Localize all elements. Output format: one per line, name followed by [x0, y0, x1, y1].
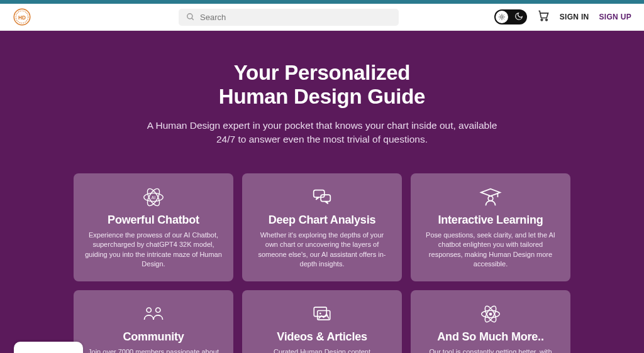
svg-point-14: [541, 19, 543, 20]
media-icon: [251, 301, 393, 327]
search-input[interactable]: [200, 13, 391, 22]
svg-text:HD: HD: [18, 15, 26, 21]
card-desc: Whether it's exploring the depths of you…: [251, 231, 393, 269]
card-desc: Join over 7000 members passionate about …: [82, 347, 225, 353]
toggle-knob: [496, 11, 508, 23]
brand-logo[interactable]: HD: [13, 8, 31, 26]
hero-title: Your Personalized Human Design Guide: [26, 61, 618, 109]
feature-card-community: Community Join over 7000 members passion…: [74, 290, 233, 353]
hero-title-line1: Your Personalized: [234, 61, 410, 84]
card-desc: Curated Human Design content personalise…: [251, 347, 393, 353]
svg-point-31: [489, 313, 492, 316]
theme-toggle[interactable]: [494, 9, 527, 24]
hero-subtitle: A Human Design expert in your pocket tha…: [146, 119, 498, 147]
chat-widget-launcher[interactable]: [14, 342, 83, 353]
svg-rect-25: [314, 307, 326, 317]
svg-rect-20: [314, 190, 325, 197]
card-title: Videos & Articles: [251, 330, 393, 344]
header-bar: HD: [0, 4, 644, 31]
card-desc: Experience the prowess of our AI Chatbot…: [82, 231, 225, 269]
svg-line-11: [503, 19, 504, 19]
hero-section: Your Personalized Human Design Guide A H…: [0, 31, 644, 353]
feature-card-media: Videos & Articles Curated Human Design c…: [242, 290, 402, 353]
card-title: Community: [82, 330, 225, 344]
signup-link[interactable]: SIGN UP: [599, 13, 631, 21]
feature-card-learning: Interactive Learning Pose questions, see…: [411, 173, 570, 282]
feature-card-chatbot: AI Powerful Chatbot Experience the prowe…: [74, 173, 233, 282]
search-container[interactable]: [179, 9, 399, 26]
svg-point-3: [187, 14, 192, 19]
signin-link[interactable]: SIGN IN: [560, 13, 589, 21]
atom-icon: AI: [82, 185, 225, 210]
svg-rect-21: [321, 195, 330, 201]
card-desc: Our tool is constantly getting better, w…: [419, 347, 562, 353]
card-title: Interactive Learning: [419, 214, 562, 227]
feature-card-more: And So Much More.. Our tool is constantl…: [411, 290, 570, 353]
feature-cards-grid: AI Powerful Chatbot Experience the prowe…: [74, 173, 570, 353]
card-title: And So Much More..: [419, 330, 562, 344]
graduation-icon: [419, 185, 562, 210]
svg-point-15: [546, 19, 548, 20]
card-title: Powerful Chatbot: [82, 214, 225, 227]
people-icon: [82, 301, 225, 327]
card-title: Deep Chart Analysis: [251, 214, 393, 227]
svg-line-13: [503, 14, 504, 15]
svg-point-27: [319, 313, 321, 315]
sun-icon: [498, 13, 506, 21]
header-actions: SIGN IN SIGN UP: [494, 9, 631, 24]
moon-icon: [514, 12, 523, 23]
svg-point-22: [488, 196, 493, 201]
svg-text:AI: AI: [152, 195, 155, 200]
svg-point-5: [501, 16, 503, 18]
search-icon: [186, 13, 195, 21]
atom-orbit-icon: [419, 301, 562, 327]
svg-line-10: [499, 14, 500, 15]
svg-line-12: [499, 19, 500, 19]
svg-point-24: [156, 308, 160, 312]
card-desc: Pose questions, seek clarity, and let th…: [419, 231, 562, 269]
chat-bubbles-icon: [251, 185, 393, 210]
cart-icon[interactable]: [537, 9, 550, 24]
svg-line-4: [192, 18, 194, 20]
svg-point-23: [147, 308, 151, 312]
hero-title-line2: Human Design Guide: [219, 85, 425, 108]
feature-card-analysis: Deep Chart Analysis Whether it's explori…: [242, 173, 402, 282]
